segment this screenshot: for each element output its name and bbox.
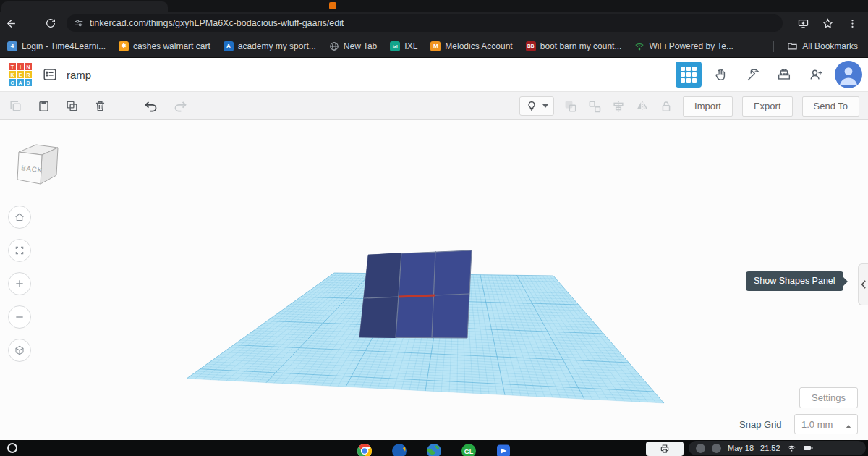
bookmark-academy[interactable]: A academy my sport... (224, 41, 316, 51)
perspective-toggle-button[interactable] (8, 339, 31, 362)
bookmark-label: New Tab (344, 41, 377, 51)
snap-grid-label: Snap Grid (739, 419, 782, 430)
bookmarks-bar: 4 Login - Time4Learni... ✱ cashes walmar… (0, 35, 868, 58)
zoom-in-button[interactable] (8, 272, 31, 295)
status-area[interactable]: May 18 21:52 (689, 441, 866, 455)
import-button[interactable]: Import (683, 96, 733, 117)
copy-icon[interactable] (9, 99, 22, 113)
mirror-icon[interactable] (635, 99, 650, 114)
url-text[interactable]: tinkercad.com/things/gxyhLPMa6Xc-bodacio… (90, 18, 344, 28)
invite-person-icon[interactable] (803, 62, 829, 88)
hand-icon[interactable] (707, 62, 733, 88)
delete-icon[interactable] (93, 99, 107, 113)
install-app-icon[interactable] (793, 14, 813, 32)
view-dropdown[interactable] (519, 96, 554, 116)
folder-icon (787, 41, 798, 51)
firefox-icon[interactable] (391, 442, 408, 456)
shelf-date: May 18 (728, 444, 754, 452)
svg-text:GL: GL (464, 448, 474, 455)
redo-icon[interactable] (173, 98, 188, 114)
bookmark-favicon: BB (526, 41, 536, 51)
bookmark-melodics[interactable]: M Melodics Account (430, 41, 512, 51)
earth-icon[interactable] (425, 442, 443, 456)
group-icon[interactable] (563, 99, 578, 114)
send-to-button[interactable]: Send To (802, 96, 859, 117)
view-controls (8, 206, 31, 362)
ungroup-icon[interactable] (587, 99, 602, 114)
shelf: GL May 18 21:52 (0, 440, 868, 456)
bookmark-star-icon[interactable] (817, 14, 838, 32)
bookmark-label: cashes walmart cart (133, 41, 210, 51)
back-icon[interactable] (0, 14, 20, 32)
design-list-icon[interactable] (42, 67, 58, 83)
bookmark-time4learning[interactable]: 4 Login - Time4Learni... (7, 41, 106, 51)
chevron-up-icon (846, 422, 851, 428)
fit-view-button[interactable] (8, 239, 31, 262)
bookmark-label: academy my sport... (238, 41, 316, 51)
chevron-down-icon (542, 104, 548, 111)
site-settings-icon[interactable] (74, 18, 84, 28)
bookmark-favicon: ✱ (119, 41, 129, 51)
bookmark-favicon: ixl (390, 41, 400, 51)
bookmark-label: WiFi Powered by Te... (649, 41, 733, 51)
shapes-panel-handle[interactable] (858, 263, 868, 305)
browser-menu-icon[interactable] (842, 14, 862, 32)
bookmarks-divider (773, 41, 774, 52)
zoom-out-button[interactable] (8, 305, 31, 329)
tinkercad-logo[interactable]: T I N K E R C A D (9, 63, 32, 86)
ramp-object[interactable] (359, 250, 472, 338)
bricks-icon[interactable] (771, 62, 797, 88)
view-cube[interactable]: BACK (12, 136, 65, 191)
align-icon[interactable] (611, 99, 626, 114)
home-view-button[interactable] (8, 206, 31, 229)
screen: tinkercad.com/things/gxyhLPMa6Xc-bodacio… (0, 0, 868, 456)
paste-icon[interactable] (37, 99, 51, 113)
print-job-card[interactable] (646, 442, 684, 456)
blue-app-icon[interactable] (495, 442, 512, 456)
apps-grid-button[interactable] (676, 62, 702, 88)
globe-icon (329, 41, 339, 51)
tab-favicon[interactable] (329, 2, 336, 9)
shelf-time: 21:52 (760, 444, 780, 452)
shapes-panel-tooltip: Show Shapes Panel (746, 271, 843, 291)
duplicate-icon[interactable] (65, 99, 79, 113)
export-button[interactable]: Export (742, 96, 793, 117)
chrome-icon[interactable] (356, 442, 373, 456)
viewport[interactable]: BACK Show Shapes Panel (0, 120, 868, 440)
bookmark-bootbarn[interactable]: BB boot barn my count... (526, 41, 622, 51)
bookmark-label: IXL (404, 41, 417, 51)
red-edge-marker (399, 295, 435, 297)
design-title[interactable]: ramp (67, 69, 91, 81)
header-actions (676, 61, 862, 88)
address-bar[interactable]: tinkercad.com/things/gxyhLPMa6Xc-bodacio… (67, 14, 783, 32)
browser-tab-strip (0, 0, 868, 12)
bookmark-label: boot barn my count... (540, 41, 622, 51)
bookmark-label: Login - Time4Learni... (22, 41, 106, 51)
settings-button[interactable]: Settings (799, 387, 858, 408)
bookmark-walmart[interactable]: ✱ cashes walmart cart (119, 41, 210, 51)
reload-icon[interactable] (41, 14, 61, 32)
edit-toolbar: Import Export Send To (0, 92, 868, 120)
browser-toolbar: tinkercad.com/things/gxyhLPMa6Xc-bodacio… (0, 12, 868, 35)
omnibar-actions (793, 14, 868, 32)
gl-app-icon[interactable]: GL (460, 442, 477, 456)
shelf-wifi-icon (787, 444, 796, 453)
undo-icon[interactable] (143, 98, 158, 114)
lock-icon[interactable] (659, 99, 673, 114)
wifi-icon (634, 41, 644, 51)
bookmark-favicon: 4 (7, 41, 17, 51)
status-icon (696, 444, 705, 453)
bookmark-label: Melodics Account (445, 41, 512, 51)
workplane-scene[interactable] (0, 120, 868, 440)
bookmark-new-tab[interactable]: New Tab (329, 41, 377, 51)
all-bookmarks-button[interactable]: All Bookmarks (787, 41, 861, 51)
snap-grid-dropdown[interactable]: 1.0 mm (794, 414, 858, 434)
pickaxe-icon[interactable] (739, 62, 765, 88)
bookmark-favicon: A (224, 41, 234, 51)
bookmark-ixl[interactable]: ixl IXL (390, 41, 417, 51)
battery-icon (803, 444, 813, 452)
avatar[interactable] (835, 61, 862, 88)
bookmark-wifi[interactable]: WiFi Powered by Te... (634, 41, 733, 51)
tinkercad-header: T I N K E R C A D ramp (0, 58, 868, 92)
browser-tab[interactable] (1, 1, 168, 12)
